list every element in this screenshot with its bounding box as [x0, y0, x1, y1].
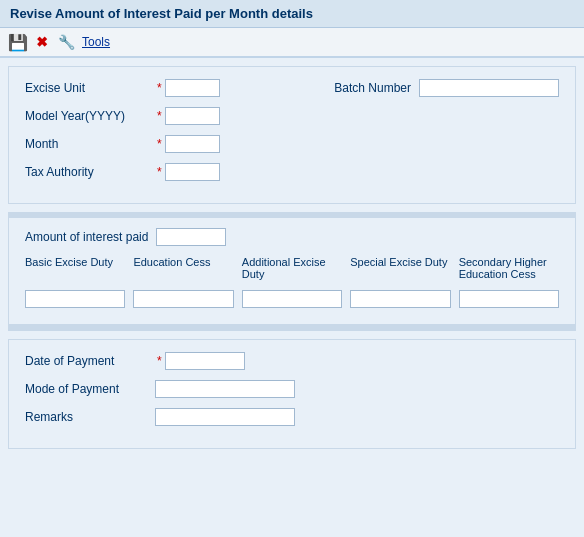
tools-icon-btn[interactable]: 🔧: [56, 32, 76, 52]
month-required: *: [157, 137, 162, 151]
date-of-payment-row: Date of Payment *: [25, 352, 559, 370]
special-excise-input[interactable]: [350, 290, 450, 308]
model-year-input[interactable]: [165, 107, 220, 125]
remarks-label: Remarks: [25, 410, 155, 424]
additional-excise-input[interactable]: [242, 290, 342, 308]
tools-icon: 🔧: [58, 34, 75, 50]
date-required: *: [157, 354, 162, 368]
interest-title-row: Amount of interest paid: [25, 228, 559, 246]
date-of-payment-label: Date of Payment: [25, 354, 155, 368]
col-additional-excise: Additional Excise Duty: [242, 256, 342, 308]
toolbar: 💾 ✖ 🔧 Tools: [0, 28, 584, 58]
tax-authority-row: Tax Authority *: [25, 163, 294, 181]
excise-unit-required: *: [157, 81, 162, 95]
model-year-label: Model Year(YYYY): [25, 109, 155, 123]
excise-unit-label: Excise Unit: [25, 81, 155, 95]
secondary-higher-input[interactable]: [459, 290, 559, 308]
date-of-payment-input[interactable]: [165, 352, 245, 370]
save-icon: 💾: [8, 33, 28, 52]
interest-amount-input[interactable]: [156, 228, 226, 246]
tax-authority-label: Tax Authority: [25, 165, 155, 179]
col-secondary-higher-label: Secondary Higher Education Cess: [459, 256, 559, 286]
excise-unit-row: Excise Unit *: [25, 79, 294, 97]
col-secondary-higher: Secondary Higher Education Cess: [459, 256, 559, 308]
model-year-row: Model Year(YYYY) *: [25, 107, 294, 125]
cancel-button[interactable]: ✖: [32, 32, 52, 52]
mode-of-payment-row: Mode of Payment: [25, 380, 559, 398]
month-row: Month *: [25, 135, 294, 153]
col-education-cess: Education Cess: [133, 256, 233, 308]
col-additional-excise-label: Additional Excise Duty: [242, 256, 342, 286]
batch-number-area: Batch Number: [334, 79, 559, 97]
col-special-excise-label: Special Excise Duty: [350, 256, 450, 286]
model-year-required: *: [157, 109, 162, 123]
interest-columns: Basic Excise Duty Education Cess Additio…: [25, 256, 559, 308]
col-special-excise: Special Excise Duty: [350, 256, 450, 308]
col-education-cess-label: Education Cess: [133, 256, 233, 286]
payment-section: Date of Payment * Mode of Payment Remark…: [8, 339, 576, 449]
basic-excise-input[interactable]: [25, 290, 125, 308]
remarks-input[interactable]: [155, 408, 295, 426]
cancel-icon: ✖: [36, 34, 48, 50]
mode-of-payment-label: Mode of Payment: [25, 382, 155, 396]
col-basic-excise-label: Basic Excise Duty: [25, 256, 125, 286]
tax-authority-input[interactable]: [165, 163, 220, 181]
main-form-section: Excise Unit * Model Year(YYYY) * Month *…: [8, 66, 576, 204]
month-input[interactable]: [165, 135, 220, 153]
excise-unit-input[interactable]: [165, 79, 220, 97]
mode-of-payment-input[interactable]: [155, 380, 295, 398]
interest-section-title: Amount of interest paid: [25, 230, 148, 244]
tools-menu[interactable]: Tools: [82, 35, 110, 49]
divider-2: [8, 325, 576, 331]
education-cess-input[interactable]: [133, 290, 233, 308]
batch-number-label: Batch Number: [334, 81, 411, 95]
interest-section: Amount of interest paid Basic Excise Dut…: [8, 218, 576, 325]
tax-authority-required: *: [157, 165, 162, 179]
remarks-row: Remarks: [25, 408, 559, 426]
col-basic-excise: Basic Excise Duty: [25, 256, 125, 308]
save-button[interactable]: 💾: [8, 32, 28, 52]
month-label: Month: [25, 137, 155, 151]
batch-number-input[interactable]: [419, 79, 559, 97]
page-title: Revise Amount of Interest Paid per Month…: [0, 0, 584, 28]
